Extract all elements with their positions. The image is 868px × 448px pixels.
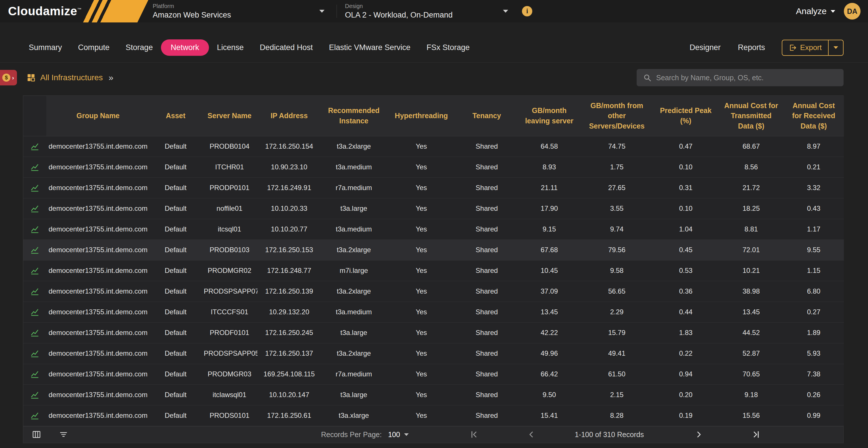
chart-icon[interactable] bbox=[30, 328, 39, 337]
table-cell: 9.50 bbox=[518, 384, 581, 405]
export-label: Export bbox=[800, 43, 822, 52]
table-row[interactable]: democenter13755.int.demo.comDefaultnoffi… bbox=[23, 198, 844, 219]
column-settings-button[interactable] bbox=[32, 430, 41, 439]
table-row[interactable]: democenter13755.int.demo.comDefaultPRODB… bbox=[23, 136, 844, 157]
tab-license[interactable]: License bbox=[209, 39, 252, 56]
chart-icon[interactable] bbox=[30, 183, 39, 192]
table-cell: Shared bbox=[456, 364, 518, 384]
table-cell: ITCHR01 bbox=[202, 157, 257, 177]
breadcrumb[interactable]: All Infrastructures » bbox=[26, 73, 114, 83]
platform-value: Amazon Web Services bbox=[153, 11, 314, 20]
table-row[interactable]: democenter13755.int.demo.comDefaultitcsq… bbox=[23, 219, 844, 240]
table-cell: Yes bbox=[387, 136, 456, 157]
table-row[interactable]: democenter13755.int.demo.comDefaultPRODB… bbox=[23, 240, 844, 260]
tab-summary[interactable]: Summary bbox=[21, 39, 70, 56]
filter-list-button[interactable] bbox=[59, 430, 68, 439]
cost-panel-toggle[interactable]: $ › bbox=[0, 70, 17, 85]
platform-select[interactable]: Platform Amazon Web Services bbox=[153, 0, 331, 23]
column-header-group-name: Group Name bbox=[46, 96, 150, 136]
table-row[interactable]: democenter13755.int.demo.comDefaultITCCC… bbox=[23, 302, 844, 322]
table-row[interactable]: democenter13755.int.demo.comDefaultPRODM… bbox=[23, 364, 844, 384]
tab-compute[interactable]: Compute bbox=[70, 39, 118, 56]
table-cell: 15.79 bbox=[581, 322, 653, 343]
tab-network[interactable]: Network bbox=[161, 39, 209, 56]
chart-cell bbox=[23, 384, 46, 405]
table-cell: 8.93 bbox=[518, 157, 581, 177]
chart-cell bbox=[23, 405, 46, 426]
table-cell: 0.36 bbox=[653, 281, 719, 302]
table-cell: PRODSPSAPP05 bbox=[202, 343, 257, 364]
export-button[interactable]: Export bbox=[782, 40, 843, 56]
table-row[interactable]: democenter13755.int.demo.comDefaultPRODP… bbox=[23, 177, 844, 198]
table-cell: m7i.large bbox=[321, 260, 387, 281]
breadcrumb-expand-icon[interactable]: » bbox=[108, 73, 114, 83]
table-cell: 67.68 bbox=[518, 240, 581, 260]
table-cell: 0.10 bbox=[653, 157, 719, 177]
design-value: OLA 2 - Workload, On-Demand bbox=[345, 11, 497, 20]
next-page-button[interactable] bbox=[694, 429, 704, 439]
network-table: Group Name Asset Server Name IP Address … bbox=[23, 96, 844, 426]
table-cell: democenter13755.int.demo.com bbox=[46, 157, 150, 177]
table-cell: Shared bbox=[456, 177, 518, 198]
tab-dedicated-host[interactable]: Dedicated Host bbox=[252, 39, 321, 56]
chart-icon[interactable] bbox=[30, 266, 39, 275]
reports-link[interactable]: Reports bbox=[729, 39, 774, 56]
records-per-page-select[interactable]: 100 bbox=[388, 430, 409, 439]
chevron-down-icon bbox=[834, 46, 838, 49]
table-row[interactable]: democenter13755.int.demo.comDefaultitcla… bbox=[23, 384, 844, 405]
last-page-button[interactable] bbox=[751, 429, 761, 439]
user-avatar[interactable]: DA bbox=[844, 3, 861, 20]
table-row[interactable]: democenter13755.int.demo.comDefaultPRODF… bbox=[23, 322, 844, 343]
table-cell: Shared bbox=[456, 343, 518, 364]
export-dropdown-button[interactable] bbox=[828, 40, 843, 55]
chart-icon[interactable] bbox=[30, 142, 39, 151]
table-cell: Yes bbox=[387, 177, 456, 198]
chart-icon[interactable] bbox=[30, 349, 39, 358]
analyze-menu[interactable]: Analyze bbox=[796, 6, 835, 16]
table-row[interactable]: democenter13755.int.demo.comDefaultPRODS… bbox=[23, 281, 844, 302]
table-cell: Default bbox=[150, 364, 202, 384]
chart-icon[interactable] bbox=[30, 225, 39, 234]
info-icon[interactable]: i bbox=[522, 6, 532, 17]
column-header-server-name: Server Name bbox=[202, 96, 257, 136]
table-cell: 13.45 bbox=[518, 302, 581, 322]
table-cell: 0.26 bbox=[783, 384, 844, 405]
chart-icon[interactable] bbox=[30, 204, 39, 213]
chart-icon[interactable] bbox=[30, 369, 39, 379]
logo-stripes-decoration bbox=[81, 0, 148, 23]
table-cell: PRODMGR03 bbox=[202, 364, 257, 384]
export-icon bbox=[789, 44, 797, 52]
search-input[interactable] bbox=[656, 73, 837, 82]
first-page-button[interactable] bbox=[469, 429, 479, 439]
chart-cell bbox=[23, 302, 46, 322]
table-row[interactable]: democenter13755.int.demo.comDefaultPRODM… bbox=[23, 260, 844, 281]
chart-icon[interactable] bbox=[30, 307, 39, 317]
table-cell: democenter13755.int.demo.com bbox=[46, 343, 150, 364]
table-row[interactable]: democenter13755.int.demo.comDefaultPRODS… bbox=[23, 405, 844, 426]
chart-icon[interactable] bbox=[30, 411, 39, 420]
chart-icon[interactable] bbox=[30, 390, 39, 399]
previous-page-button[interactable] bbox=[526, 429, 536, 439]
table-cell: 10.21 bbox=[719, 260, 783, 281]
chart-icon[interactable] bbox=[30, 245, 39, 255]
table-row[interactable]: democenter13755.int.demo.comDefaultPRODS… bbox=[23, 343, 844, 364]
chart-cell bbox=[23, 281, 46, 302]
designer-link[interactable]: Designer bbox=[681, 39, 729, 56]
chart-icon[interactable] bbox=[30, 162, 39, 172]
table-cell: PRODB0103 bbox=[202, 240, 257, 260]
table-cell: 17.90 bbox=[518, 198, 581, 219]
table-cell: Yes bbox=[387, 198, 456, 219]
chart-icon[interactable] bbox=[30, 287, 39, 296]
table-cell: 0.47 bbox=[653, 136, 719, 157]
analyze-label: Analyze bbox=[796, 6, 827, 16]
column-header-gb-from-other: GB/month from other Servers/Devices bbox=[581, 96, 653, 136]
tab-storage[interactable]: Storage bbox=[118, 39, 161, 56]
table-cell: 10.10.20.77 bbox=[257, 219, 321, 240]
table-cell: 0.99 bbox=[783, 405, 844, 426]
table-row[interactable]: democenter13755.int.demo.comDefaultITCHR… bbox=[23, 157, 844, 177]
tab-elastic-vmware-service[interactable]: Elastic VMware Service bbox=[321, 39, 418, 56]
design-select[interactable]: Design OLA 2 - Workload, On-Demand bbox=[345, 0, 515, 23]
tab-fsx-storage[interactable]: FSx Storage bbox=[418, 39, 478, 56]
trademark-symbol: ™ bbox=[77, 7, 82, 12]
table-cell: Yes bbox=[387, 322, 456, 343]
